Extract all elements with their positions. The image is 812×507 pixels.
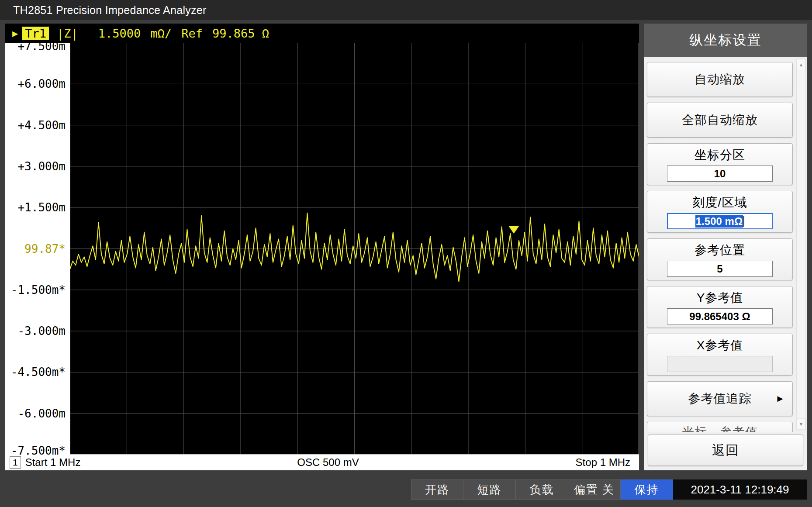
x-ref-input[interactable] (667, 356, 773, 372)
short-correction-button[interactable]: 短路 (463, 479, 516, 500)
scroll-up-icon[interactable]: ▲ (797, 59, 805, 70)
y-tick-label: +6.000m (17, 77, 66, 90)
y-tick-label: +7.500m (17, 40, 66, 53)
trace-scale-unit: mΩ/ (150, 27, 172, 40)
trace-ref-value: 99.865 Ω (212, 27, 269, 40)
scroll-down-icon[interactable]: ▼ (797, 418, 805, 430)
text-caret (743, 216, 744, 227)
y-tick-label: -4.500m* (11, 366, 66, 379)
x-ref-label: X参考值 (647, 337, 792, 354)
y-tick-label: +4.500m (17, 119, 66, 132)
start-frequency-label: Start 1 MHz (25, 456, 81, 469)
trace-scale-value: 1.5000 (98, 27, 141, 40)
scale-per-div-input[interactable]: 1.500 mΩ (667, 213, 773, 229)
plot-panel: ▶ Tr1 |Z| 1.5000 mΩ/ Ref 99.865 Ω +7.500… (5, 24, 639, 470)
channel-indicator: 1 (10, 456, 21, 469)
auto-scale-all-button[interactable]: 全部自动缩放 (647, 103, 793, 138)
ref-value-tracking-button[interactable]: 参考值追踪 ► (647, 381, 793, 416)
y-ref-label: Y参考值 (647, 290, 792, 306)
y-tick-label: -7.500m* (11, 444, 66, 457)
datetime-display: 2021-3-11 12:19:49 (673, 479, 807, 500)
y-tick-label: -6.000m (17, 407, 66, 420)
bias-toggle-button[interactable]: 偏置 关 (568, 479, 621, 500)
ref-position-input[interactable]: 5 (667, 261, 773, 277)
scale-per-div-group: 刻度/区域 1.500 mΩ (647, 191, 793, 233)
scale-per-div-label: 刻度/区域 (647, 194, 792, 211)
chart-svg (70, 43, 639, 455)
active-trace-pointer-icon: ▶ (12, 28, 18, 39)
cursor-to-ref-button[interactable]: 光标→参考值 (647, 422, 793, 432)
ref-position-group: 参考位置 5 (647, 238, 793, 280)
x-start-label: 1 Start 1 MHz (7, 456, 80, 469)
y-axis-settings-panel: 纵坐标设置 自动缩放 全部自动缩放 坐标分区 10 刻度/区域 1.500 mΩ… (644, 24, 807, 470)
plot-body: +7.500m+6.000m+4.500m+3.000m+1.500m99.87… (5, 43, 639, 455)
x-axis-footer: 1 Start 1 MHz OSC 500 mV Stop 1 MHz (5, 455, 639, 470)
divisions-label: 坐标分区 (647, 147, 792, 163)
y-tick-label: +3.000m (17, 160, 66, 173)
panel-title: 纵坐标设置 (644, 24, 807, 57)
submenu-arrow-icon: ► (775, 393, 785, 404)
y-tick-label: +1.500m (17, 201, 66, 214)
status-bar: 开路 短路 负载 偏置 关 保持 2021-3-11 12:19:49 (5, 479, 807, 500)
y-ref-group: Y参考值 99.865403 Ω (647, 286, 793, 328)
y-ref-input[interactable]: 99.865403 Ω (667, 308, 773, 324)
trace-ref-label: Ref (181, 27, 203, 40)
y-tick-label: -3.000m (17, 324, 66, 338)
osc-level-label: OSC 500 mV (80, 456, 575, 469)
panel-scrollbar[interactable]: ▲ ▼ (796, 59, 806, 430)
trace-name-badge[interactable]: Tr1 (22, 27, 49, 40)
divisions-input[interactable]: 10 (667, 166, 773, 182)
chart-plot-area[interactable] (70, 43, 639, 455)
y-tick-label: -1.500m* (11, 283, 66, 297)
y-tick-label: 99.87* (24, 242, 66, 255)
main-area: ▶ Tr1 |Z| 1.5000 mΩ/ Ref 99.865 Ω +7.500… (0, 20, 812, 479)
trace-info-bar: ▶ Tr1 |Z| 1.5000 mΩ/ Ref 99.865 Ω (5, 24, 639, 43)
marker-icon[interactable] (509, 226, 519, 234)
selected-input-text: 1.500 mΩ (695, 215, 743, 228)
ref-value-tracking-label: 参考值追踪 (688, 390, 752, 407)
y-axis-labels: +7.500m+6.000m+4.500m+3.000m+1.500m99.87… (5, 43, 70, 455)
x-ref-group: X参考值 (647, 334, 793, 376)
panel-scroll-area: 自动缩放 全部自动缩放 坐标分区 10 刻度/区域 1.500 mΩ 参考位置 … (644, 57, 807, 432)
trace-parameter[interactable]: |Z| (57, 27, 78, 40)
open-correction-button[interactable]: 开路 (411, 479, 463, 500)
divisions-group: 坐标分区 10 (647, 143, 793, 185)
window-title: TH2851 Precision Impedance Analyzer (0, 0, 812, 20)
back-button[interactable]: 返回 (648, 435, 803, 466)
stop-frequency-label: Stop 1 MHz (576, 456, 637, 469)
hold-button[interactable]: 保持 (621, 479, 673, 500)
ref-position-label: 参考位置 (647, 242, 792, 259)
scrollbar-track[interactable] (797, 70, 805, 418)
auto-scale-button[interactable]: 自动缩放 (647, 62, 793, 97)
load-correction-button[interactable]: 负载 (516, 479, 568, 500)
